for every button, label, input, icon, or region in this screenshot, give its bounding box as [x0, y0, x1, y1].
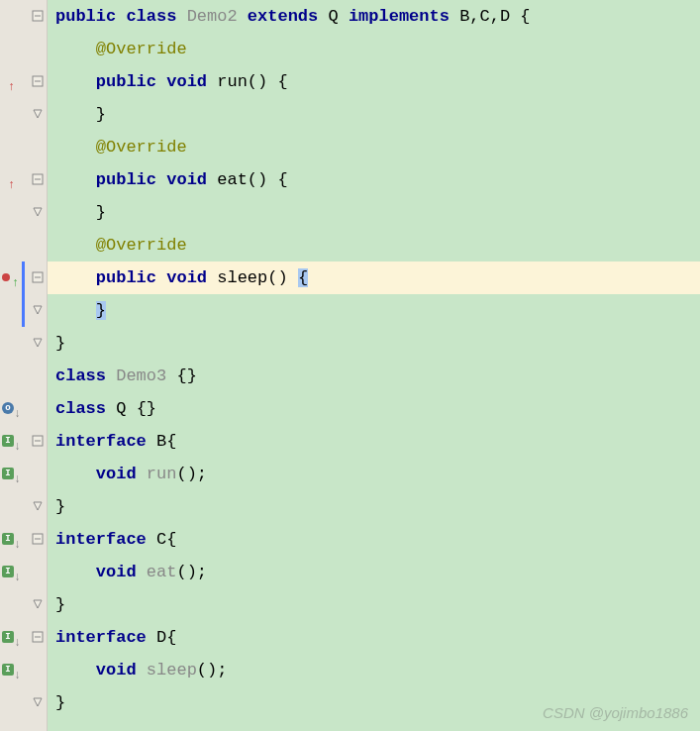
keyword: void	[166, 170, 207, 189]
code-line[interactable]: public void eat() {	[48, 163, 700, 196]
code-line[interactable]: @Override	[48, 229, 700, 261]
overridden-badge-icon[interactable]: o	[2, 402, 14, 414]
code-line[interactable]: interface B{	[48, 425, 700, 458]
gutter-line-21: I ↓	[0, 654, 47, 686]
brace: }	[55, 693, 65, 712]
code-line[interactable]: public class Demo2 extends Q implements …	[48, 0, 700, 33]
class-name: Demo3	[116, 366, 166, 385]
implemented-badge-icon[interactable]: I	[2, 435, 14, 447]
editor-gutter: ↑ ↑ ↑ o ↓ I ↓ I ↓ I ↓	[0, 0, 48, 731]
code-line[interactable]: }	[48, 490, 700, 523]
code-line[interactable]: }	[48, 98, 700, 131]
fold-close-icon[interactable]	[32, 304, 44, 316]
gutter-line-7	[0, 196, 47, 229]
breakpoint-icon[interactable]	[2, 273, 10, 281]
code-line[interactable]: @Override	[48, 131, 700, 163]
brace: }	[55, 595, 65, 614]
gutter-line-10	[0, 294, 47, 327]
fold-close-icon[interactable]	[32, 206, 44, 218]
gutter-line-16	[0, 490, 47, 523]
fold-minus-icon[interactable]	[32, 173, 44, 185]
fold-minus-icon[interactable]	[32, 10, 44, 22]
code-line[interactable]: }	[48, 588, 700, 621]
keyword: class	[126, 7, 176, 26]
brace: }	[55, 334, 65, 353]
gutter-line-3: ↑	[0, 65, 47, 98]
fold-minus-icon[interactable]	[32, 533, 44, 545]
gutter-line-5	[0, 131, 47, 163]
keyword: class	[55, 399, 106, 418]
keyword: extends	[248, 7, 318, 26]
brace: {	[520, 7, 530, 26]
keyword: interface	[55, 530, 147, 549]
code-line[interactable]: public void run() {	[48, 65, 700, 98]
keyword: public	[55, 7, 116, 26]
gutter-line-14: I ↓	[0, 425, 47, 458]
interface-name: D	[156, 628, 166, 647]
interface-name: B	[156, 432, 166, 451]
code-line[interactable]: @Override	[48, 33, 700, 65]
gutter-line-8	[0, 229, 47, 261]
code-line[interactable]: interface D{	[48, 621, 700, 654]
code-line[interactable]: }	[48, 196, 700, 229]
class-name: Demo2	[187, 7, 238, 26]
annotation: @Override	[96, 40, 187, 58]
implemented-badge-icon[interactable]: I	[2, 631, 14, 643]
gutter-line-18: I ↓	[0, 556, 47, 588]
code-line[interactable]: }	[48, 294, 700, 327]
keyword: void	[96, 661, 137, 679]
code-line-current[interactable]: public void sleep() {	[48, 261, 700, 294]
code-line[interactable]: void sleep();	[48, 654, 700, 686]
matched-brace: }	[96, 301, 106, 320]
gutter-line-15: I ↓	[0, 458, 47, 490]
fold-close-icon[interactable]	[32, 500, 44, 512]
keyword: implements	[349, 7, 450, 26]
watermark-text: CSDN @yojimbo1886	[543, 704, 688, 721]
gutter-line-9: ↑	[0, 261, 47, 294]
fold-close-icon[interactable]	[32, 108, 44, 120]
method-name: run	[147, 465, 177, 483]
matched-brace: {	[298, 268, 308, 287]
gutter-line-6: ↑	[0, 163, 47, 196]
brace: }	[96, 105, 106, 124]
parens: ();	[176, 465, 207, 483]
code-line[interactable]: void eat();	[48, 556, 700, 588]
braces: {}	[176, 366, 196, 385]
fold-close-icon[interactable]	[32, 337, 44, 349]
brace: {	[166, 628, 176, 647]
annotation: @Override	[96, 138, 187, 157]
keyword: interface	[55, 432, 147, 451]
method-name: sleep	[147, 661, 197, 679]
gutter-line-12	[0, 360, 47, 392]
class-name: Q	[116, 399, 126, 418]
fold-minus-icon[interactable]	[32, 75, 44, 87]
fold-minus-icon[interactable]	[32, 271, 44, 283]
implemented-badge-icon[interactable]: I	[2, 664, 14, 676]
gutter-line-13: o ↓	[0, 392, 47, 425]
parens: ();	[176, 563, 207, 581]
fold-minus-icon[interactable]	[32, 631, 44, 643]
fold-minus-icon[interactable]	[32, 435, 44, 447]
keyword: interface	[55, 628, 147, 647]
fold-close-icon[interactable]	[32, 598, 44, 610]
gutter-line-20: I ↓	[0, 621, 47, 654]
method-name: eat	[217, 170, 248, 189]
implemented-badge-icon[interactable]: I	[2, 566, 14, 577]
keyword: class	[55, 366, 106, 385]
implemented-badge-icon[interactable]: I	[2, 533, 14, 545]
code-line[interactable]: interface C{	[48, 523, 700, 556]
brace: }	[96, 203, 106, 222]
code-line[interactable]: }	[48, 327, 700, 360]
code-line[interactable]: class Demo3 {}	[48, 360, 700, 392]
brace: }	[55, 497, 65, 516]
keyword: public	[96, 72, 156, 91]
implemented-badge-icon[interactable]: I	[2, 468, 14, 479]
code-line[interactable]: class Q {}	[48, 392, 700, 425]
keyword: void	[96, 563, 137, 581]
fold-close-icon[interactable]	[32, 696, 44, 708]
code-editor-area[interactable]: public class Demo2 extends Q implements …	[48, 0, 700, 731]
keyword: public	[96, 170, 156, 189]
gutter-line-4	[0, 98, 47, 131]
braces: {}	[137, 399, 156, 418]
code-line[interactable]: void run();	[48, 458, 700, 490]
